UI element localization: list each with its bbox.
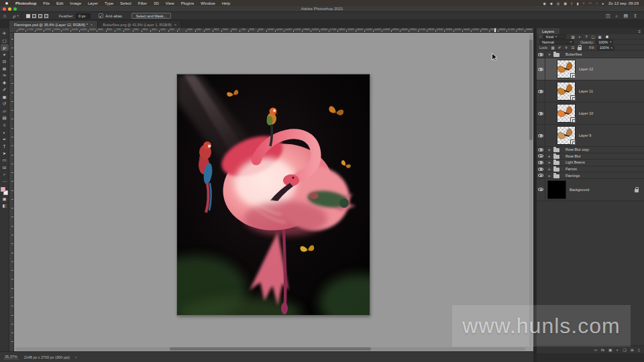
filter-adjustment-layers-icon[interactable]: ◐ bbox=[577, 35, 582, 39]
visibility-toggle[interactable] bbox=[537, 179, 545, 200]
visibility-toggle[interactable] bbox=[537, 58, 545, 80]
new-selection-mode-icon[interactable] bbox=[26, 14, 30, 18]
layer-row[interactable]: Layer 11 bbox=[537, 80, 644, 103]
layer-thumbnail[interactable] bbox=[557, 127, 575, 144]
lock-artboard-icon[interactable]: ⊡ bbox=[570, 46, 576, 50]
canvas-workspace[interactable] bbox=[14, 33, 533, 351]
capture-icon[interactable]: ◫ bbox=[606, 13, 610, 19]
locked-icon[interactable] bbox=[635, 189, 639, 192]
layer-row[interactable]: Layer 12 bbox=[537, 58, 644, 80]
menubar-item[interactable]: Layer bbox=[85, 1, 101, 5]
expand-caret-icon[interactable]: ▸ bbox=[547, 167, 551, 171]
lock-all-icon[interactable] bbox=[578, 47, 582, 50]
menubar-item[interactable]: View bbox=[162, 1, 178, 5]
input-source-icon[interactable]: ▣ bbox=[561, 1, 569, 5]
link-layers-icon[interactable]: ∞ bbox=[594, 348, 597, 352]
screen-mode-icon[interactable]: ◧ bbox=[1, 202, 9, 209]
quick-selection-tool[interactable]: ✶ bbox=[1, 52, 9, 58]
group-row[interactable]: ▸ Flamingo bbox=[537, 172, 644, 179]
battery-icon[interactable]: ▮ bbox=[575, 1, 581, 5]
close-tab-icon[interactable]: × bbox=[174, 23, 177, 27]
gradient-tool[interactable]: ▤ bbox=[1, 115, 9, 121]
visibility-toggle[interactable] bbox=[537, 80, 545, 102]
filter-shape-layers-icon[interactable]: ▢ bbox=[590, 35, 596, 39]
document-tab[interactable]: Butterflies.png @ 41,9% (Layer 1, RGB/8)… bbox=[98, 21, 182, 28]
type-tool[interactable]: T bbox=[1, 143, 9, 149]
group-row[interactable]: ▸ Rose Blur copy bbox=[537, 147, 644, 154]
menubar-item[interactable]: Select bbox=[117, 1, 135, 5]
panel-menu-icon[interactable]: ≡ bbox=[638, 29, 644, 34]
fill-field[interactable]: 100% ▾ bbox=[597, 46, 614, 50]
background-thumbnail[interactable] bbox=[548, 181, 566, 198]
background-layer-row[interactable]: Background bbox=[537, 179, 644, 201]
shape-tool[interactable]: ▭ bbox=[1, 157, 9, 164]
zoom-tool[interactable]: ⌕ bbox=[1, 171, 9, 178]
horizontal-scrollbar[interactable] bbox=[15, 347, 525, 351]
bluetooth-icon[interactable]: ᛒ bbox=[569, 1, 575, 5]
vertical-scrollbar-thumb[interactable] bbox=[529, 40, 533, 140]
foreground-color-swatch[interactable] bbox=[1, 187, 5, 192]
expand-caret-icon[interactable]: ▸ bbox=[547, 160, 551, 164]
blur-tool[interactable]: ◊ bbox=[1, 122, 9, 129]
shield-icon[interactable]: ◆ bbox=[548, 1, 555, 5]
intersect-selection-mode-icon[interactable] bbox=[44, 14, 48, 18]
zoom-level-field[interactable]: 35,37% bbox=[3, 355, 19, 359]
expand-caret-icon[interactable]: ▸ bbox=[547, 154, 551, 158]
layer-row[interactable]: Layer 10 bbox=[537, 103, 644, 125]
new-layer-icon[interactable]: ⊞ bbox=[631, 347, 634, 352]
layer-row[interactable]: Layer 9 bbox=[537, 125, 644, 147]
history-brush-tool[interactable]: ↺ bbox=[1, 101, 9, 107]
status-options-chevron[interactable]: > bbox=[75, 355, 77, 359]
anti-alias-checkbox[interactable]: ✓ bbox=[99, 13, 103, 18]
color-swatches[interactable] bbox=[1, 187, 9, 196]
menubar-item[interactable]: 3D bbox=[150, 1, 162, 5]
document-tab[interactable]: Flamingos.psd @ 35,4% (Layer 12, RGB/8) … bbox=[9, 21, 98, 28]
visibility-toggle[interactable] bbox=[537, 154, 545, 160]
eyedropper-tool[interactable]: ✑ bbox=[1, 72, 9, 79]
visibility-toggle[interactable] bbox=[537, 125, 545, 146]
visibility-toggle[interactable] bbox=[537, 103, 545, 124]
layer-mask-icon[interactable]: ▣ bbox=[608, 347, 612, 352]
menubar-item[interactable]: Window bbox=[197, 1, 218, 5]
visibility-toggle[interactable] bbox=[537, 160, 545, 166]
group-row[interactable]: ▸ Rose Blur bbox=[537, 154, 644, 160]
hand-tool[interactable]: ɯ bbox=[1, 164, 9, 171]
expand-caret-icon[interactable]: ▸ bbox=[547, 174, 551, 178]
menubar-item[interactable]: File bbox=[40, 1, 53, 5]
filter-pixel-layers-icon[interactable]: ▨ bbox=[570, 35, 576, 39]
dodge-tool[interactable]: ◐ bbox=[1, 129, 9, 135]
delete-layer-icon[interactable]: ▯ bbox=[638, 347, 640, 352]
horizontal-scrollbar-thumb[interactable] bbox=[170, 347, 371, 351]
lock-position-icon[interactable]: ✛ bbox=[564, 46, 569, 50]
filter-smart-objects-icon[interactable]: ▣ bbox=[597, 35, 602, 39]
vertical-scrollbar[interactable] bbox=[529, 34, 533, 347]
filtering-toggle[interactable] bbox=[606, 36, 608, 38]
path-selection-tool[interactable]: ➤ bbox=[1, 150, 9, 157]
brush-tool[interactable]: ✐ bbox=[1, 86, 9, 93]
marquee-tool[interactable]: ▢ bbox=[1, 38, 9, 44]
close-tab-icon[interactable]: × bbox=[91, 23, 93, 27]
workspace-switcher-icon[interactable]: ▤ bbox=[624, 13, 629, 19]
group-row[interactable]: ▸ Parrots bbox=[537, 166, 644, 173]
group-row-butterflies[interactable]: ▾ Butterflies bbox=[537, 51, 644, 58]
menubar-item[interactable]: Edit bbox=[53, 1, 66, 5]
quick-mask-icon[interactable]: ▣ bbox=[1, 196, 9, 202]
lock-pixels-icon[interactable]: ✐ bbox=[557, 46, 562, 50]
edit-toolbar[interactable]: ⋯ bbox=[1, 178, 9, 185]
blend-mode-dropdown[interactable]: Normal ▾ bbox=[539, 40, 574, 44]
horizontal-ruler[interactable]: 1800170016001500140013001200110010009008… bbox=[9, 28, 533, 33]
spotlight-icon[interactable]: ⌕ bbox=[581, 1, 587, 5]
pen-tool[interactable]: ✒ bbox=[1, 136, 9, 143]
lasso-tool[interactable]: ℘ bbox=[1, 44, 9, 51]
feather-input[interactable]: 0 px bbox=[76, 13, 91, 19]
filter-type-layers-icon[interactable]: T bbox=[584, 35, 589, 39]
new-group-icon[interactable]: ❏ bbox=[623, 347, 626, 352]
visibility-toggle[interactable] bbox=[537, 172, 545, 178]
menubar-item[interactable]: Type bbox=[101, 1, 117, 5]
adjustment-layer-icon[interactable]: ◐ bbox=[616, 348, 619, 352]
vertical-ruler[interactable] bbox=[9, 33, 14, 351]
menubar-item[interactable]: Filter bbox=[135, 1, 150, 5]
move-tool[interactable]: ✛ bbox=[1, 30, 9, 37]
document-canvas[interactable] bbox=[177, 74, 370, 315]
expand-caret-icon[interactable]: ▸ bbox=[547, 147, 551, 152]
